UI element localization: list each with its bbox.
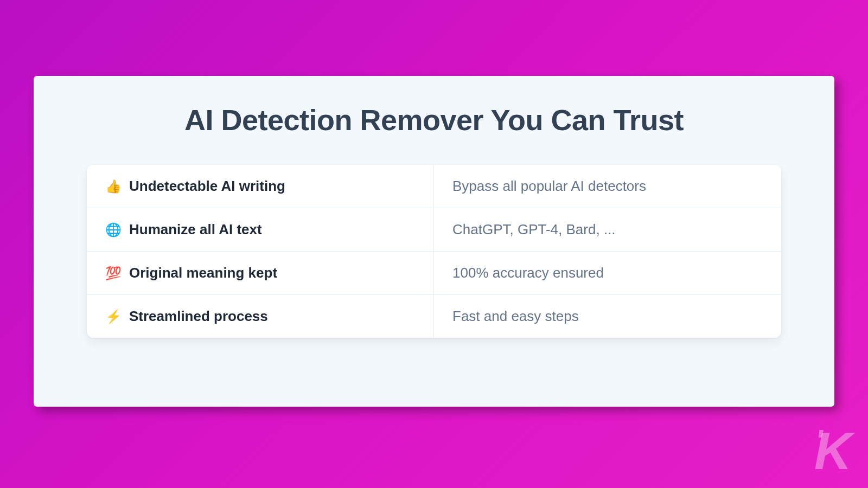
bolt-icon: ⚡ — [105, 309, 122, 324]
feature-label: Streamlined process — [129, 308, 268, 325]
feature-label: Undetectable AI writing — [129, 178, 285, 195]
thumbs-up-icon: 👍 — [105, 179, 122, 194]
feature-desc-cell: 100% accuracy ensured — [434, 252, 781, 294]
feature-table: 👍 Undetectable AI writing Bypass all pop… — [87, 165, 781, 338]
feature-desc-cell: Bypass all popular AI detectors — [434, 165, 781, 208]
feature-label: Original meaning kept — [129, 265, 277, 281]
table-row: 🌐 Humanize all AI text ChatGPT, GPT-4, B… — [87, 208, 781, 251]
content-card: AI Detection Remover You Can Trust 👍 Und… — [34, 76, 834, 407]
table-row: 👍 Undetectable AI writing Bypass all pop… — [87, 165, 781, 208]
feature-label-cell: 👍 Undetectable AI writing — [87, 165, 434, 208]
feature-label-cell: 🌐 Humanize all AI text — [87, 208, 434, 251]
feature-desc: Fast and easy steps — [452, 308, 579, 325]
feature-desc: ChatGPT, GPT-4, Bard, ... — [452, 221, 616, 238]
feature-desc: Bypass all popular AI detectors — [452, 178, 646, 195]
feature-label: Humanize all AI text — [129, 221, 262, 238]
feature-desc-cell: ChatGPT, GPT-4, Bard, ... — [434, 208, 781, 251]
stage-background: AI Detection Remover You Can Trust 👍 Und… — [0, 0, 868, 488]
hundred-icon: 💯 — [105, 266, 122, 281]
globe-icon: 🌐 — [105, 222, 122, 237]
feature-label-cell: 💯 Original meaning kept — [87, 252, 434, 294]
watermark-logo: 'K — [815, 425, 848, 477]
table-row: 💯 Original meaning kept 100% accuracy en… — [87, 251, 781, 294]
feature-desc-cell: Fast and easy steps — [434, 295, 781, 338]
feature-desc: 100% accuracy ensured — [452, 265, 604, 281]
page-title: AI Detection Remover You Can Trust — [34, 103, 834, 137]
feature-label-cell: ⚡ Streamlined process — [87, 295, 434, 338]
table-row: ⚡ Streamlined process Fast and easy step… — [87, 294, 781, 338]
